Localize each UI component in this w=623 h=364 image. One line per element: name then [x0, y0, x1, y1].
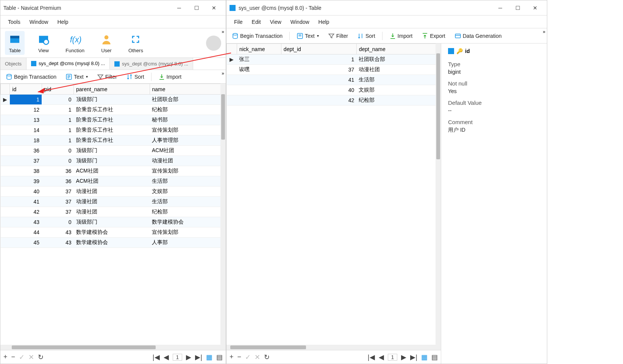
cell-name[interactable]: 宣传策划部 [150, 125, 226, 135]
cell-name[interactable]: ACM社团 [150, 146, 226, 156]
ribbon-function-button[interactable]: f(x)Function [62, 31, 87, 55]
cell-parent-name[interactable]: 动漫社团 [74, 187, 150, 197]
cell-pid[interactable]: 1 [42, 135, 73, 146]
cell-name[interactable]: 宣传策划部 [150, 227, 226, 238]
commit-button[interactable]: ✓ [245, 353, 251, 361]
text-button[interactable]: Text▾ [294, 32, 321, 40]
cell-parent-name[interactable]: ACM社团 [74, 166, 150, 176]
cell-dept-name[interactable]: 纪检部 [356, 95, 440, 106]
minimize-button[interactable]: ─ [170, 2, 188, 14]
cell-parent-name[interactable]: 顶级部门 [74, 146, 150, 156]
first-page-button[interactable]: |◀ [368, 353, 375, 361]
first-page-button[interactable]: |◀ [153, 353, 160, 361]
cell-name[interactable]: 生活部 [150, 176, 226, 187]
cell-name[interactable]: 秘书部 [150, 115, 226, 125]
cell-name[interactable]: 社团联合部 [150, 95, 226, 105]
refresh-button[interactable]: ↻ [264, 353, 270, 361]
import-button[interactable]: Import [156, 73, 184, 81]
cell-name[interactable]: 文娱部 [150, 187, 226, 197]
cell-parent-name[interactable]: 数学建模协会 [74, 238, 150, 248]
cell-dept-id[interactable]: 42 [281, 95, 356, 106]
cell-pid[interactable]: 36 [42, 176, 73, 187]
cell-pid[interactable]: 1 [42, 105, 73, 115]
vscrollbar[interactable] [220, 84, 226, 345]
form-view-button[interactable]: ▤ [431, 353, 438, 361]
cell-pid[interactable]: 37 [42, 207, 73, 217]
col-header-dept_name[interactable]: dept_name [356, 44, 440, 54]
cell-pid[interactable]: 0 [42, 217, 73, 227]
cell-parent-name[interactable]: 顶级部门 [74, 95, 150, 105]
sort-button[interactable]: Sort [355, 32, 378, 40]
table-row[interactable]: ▶张三1社团联合部 [227, 54, 441, 65]
last-page-button[interactable]: ▶| [195, 353, 202, 361]
page-input[interactable]: 1 [388, 354, 398, 361]
col-header-parent_name[interactable]: parent_name [74, 84, 150, 95]
menu-item-tools[interactable]: Tools [3, 17, 25, 26]
cell-dept-id[interactable]: 40 [281, 85, 356, 95]
cell-name[interactable]: 纪检部 [150, 105, 226, 115]
cell-id[interactable]: 18 [10, 135, 42, 146]
ribbon-others-button[interactable]: Others [125, 31, 146, 55]
sort-button[interactable]: Sort [124, 73, 147, 81]
cell-id[interactable]: 40 [10, 187, 42, 197]
table-row[interactable]: 121阶乘音乐工作社纪检部 [1, 105, 226, 115]
cell-pid[interactable]: 0 [42, 95, 73, 105]
data-generation-button[interactable]: Data Generation [452, 32, 504, 40]
table-row[interactable]: 4443数学建模协会宣传策划部 [1, 227, 226, 238]
cell-pid[interactable]: 1 [42, 125, 73, 135]
delete-row-button[interactable]: − [11, 353, 16, 361]
cell-parent-name[interactable]: 顶级部门 [74, 156, 150, 166]
last-page-button[interactable]: ▶| [410, 353, 417, 361]
col-header-pid[interactable]: pid [42, 84, 73, 95]
menu-item-file[interactable]: File [230, 17, 247, 26]
data-grid-left[interactable]: idpidparent_namename▶10顶级部门社团联合部121阶乘音乐工… [0, 84, 226, 248]
refresh-button[interactable]: ↻ [38, 353, 44, 361]
cell-dept-name[interactable]: 文娱部 [356, 85, 440, 95]
menu-item-edit[interactable]: Edit [247, 17, 265, 26]
table-row[interactable]: 40文娱部 [227, 85, 441, 95]
col-header-nick_name[interactable]: nick_name [237, 44, 281, 54]
menu-item-help[interactable]: Help [53, 17, 73, 26]
cell-nick-name[interactable] [237, 95, 281, 106]
cell-dept-name[interactable]: 社团联合部 [356, 54, 440, 65]
table-row[interactable]: 360顶级部门ACM社团 [1, 146, 226, 156]
commit-button[interactable]: ✓ [19, 353, 25, 361]
col-header-id[interactable]: id [10, 84, 42, 95]
table-row[interactable]: 131阶乘音乐工作社秘书部 [1, 115, 226, 125]
table-row[interactable]: 41生活部 [227, 75, 441, 85]
table-row[interactable]: 370顶级部门动漫社团 [1, 156, 226, 166]
col-header-dept_id[interactable]: dept_id [281, 44, 356, 54]
cell-id[interactable]: 45 [10, 238, 42, 248]
table-row[interactable]: 4037动漫社团文娱部 [1, 187, 226, 197]
grid-view-button[interactable]: ▦ [421, 353, 428, 361]
export-button[interactable]: Export [419, 32, 447, 40]
table-row[interactable]: 42纪检部 [227, 95, 441, 106]
tab-0[interactable]: Objects [0, 58, 27, 70]
menu-item-window[interactable]: Window [286, 17, 314, 26]
filter-button[interactable]: Filter [326, 32, 350, 40]
filter-button[interactable]: Filter [95, 73, 119, 81]
form-view-button[interactable]: ▤ [216, 353, 223, 361]
cell-nick-name[interactable] [237, 75, 281, 85]
cell-id[interactable]: 1 [10, 95, 42, 105]
table-row[interactable]: 3936ACM社团生活部 [1, 176, 226, 187]
import-button[interactable]: Import [387, 32, 415, 40]
cell-id[interactable]: 39 [10, 176, 42, 187]
prev-page-button[interactable]: ◀ [379, 353, 384, 361]
prev-page-button[interactable]: ◀ [164, 353, 169, 361]
cell-id[interactable]: 37 [10, 156, 42, 166]
col-header-name[interactable]: name [150, 84, 226, 95]
cell-pid[interactable]: 43 [42, 227, 73, 238]
cell-pid[interactable]: 37 [42, 197, 73, 207]
delete-row-button[interactable]: − [237, 353, 242, 361]
begin-transaction-button[interactable]: Begin Transaction [230, 32, 285, 40]
cancel-button[interactable]: ✕ [255, 353, 260, 361]
cell-parent-name[interactable]: 阶乘音乐工作社 [74, 135, 150, 146]
cell-pid[interactable]: 0 [42, 146, 73, 156]
menu-item-view[interactable]: View [265, 17, 286, 26]
cell-pid[interactable]: 36 [42, 166, 73, 176]
ribbon-overflow-icon[interactable]: » [222, 29, 224, 34]
cell-parent-name[interactable]: 数学建模协会 [74, 227, 150, 238]
begin-transaction-button[interactable]: Begin Transaction [3, 73, 59, 81]
ribbon-view-button[interactable]: View [34, 31, 53, 55]
